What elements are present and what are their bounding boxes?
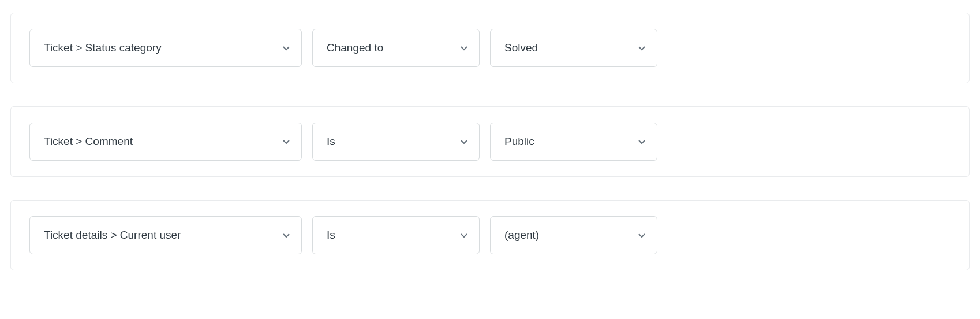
field-dropdown-label: Ticket > Comment (44, 135, 133, 148)
chevron-down-icon (637, 231, 646, 240)
value-dropdown-label: Solved (504, 42, 538, 54)
operator-dropdown[interactable]: Is (312, 216, 480, 254)
chevron-down-icon (282, 137, 291, 146)
value-dropdown-label: Public (504, 135, 534, 148)
chevron-down-icon (637, 137, 646, 146)
operator-dropdown-label: Changed to (327, 42, 383, 54)
value-dropdown[interactable]: (agent) (490, 216, 657, 254)
operator-dropdown[interactable]: Changed to (312, 29, 480, 67)
operator-dropdown-label: Is (327, 135, 335, 148)
field-dropdown[interactable]: Ticket details > Current user (29, 216, 302, 254)
chevron-down-icon (459, 231, 469, 240)
field-dropdown-label: Ticket > Status category (44, 42, 162, 54)
condition-row: Ticket > Status category Changed to Solv… (10, 13, 970, 83)
chevron-down-icon (637, 43, 646, 53)
chevron-down-icon (282, 231, 291, 240)
field-dropdown-label: Ticket details > Current user (44, 229, 181, 242)
chevron-down-icon (282, 43, 291, 53)
field-dropdown[interactable]: Ticket > Status category (29, 29, 302, 67)
value-dropdown-label: (agent) (504, 229, 539, 242)
chevron-down-icon (459, 43, 469, 53)
condition-row: Ticket > Comment Is Public (10, 106, 970, 177)
field-dropdown[interactable]: Ticket > Comment (29, 123, 302, 161)
value-dropdown[interactable]: Public (490, 123, 657, 161)
value-dropdown[interactable]: Solved (490, 29, 657, 67)
condition-row: Ticket details > Current user Is (agent) (10, 200, 970, 270)
operator-dropdown[interactable]: Is (312, 123, 480, 161)
chevron-down-icon (459, 137, 469, 146)
operator-dropdown-label: Is (327, 229, 335, 242)
